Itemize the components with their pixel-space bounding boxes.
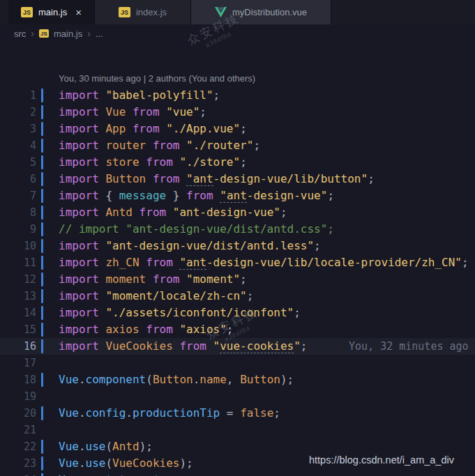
- code-token: (: [146, 373, 153, 386]
- code-token: [99, 306, 106, 319]
- code-token: Button: [105, 172, 146, 185]
- code-token: ;: [199, 105, 206, 118]
- tab-main-js[interactable]: JS main.js ×: [8, 0, 95, 24]
- code-token: "./store": [179, 155, 240, 169]
- code-line[interactable]: 24Vue.prototype.$message = message: [0, 472, 475, 476]
- line-number[interactable]: 21: [0, 422, 36, 438]
- code-area[interactable]: You, 30 minutes ago | 2 authors (You and…: [0, 70, 475, 476]
- line-number[interactable]: 8: [0, 204, 36, 221]
- line-number[interactable]: 16: [0, 338, 36, 355]
- code-line[interactable]: 19: [0, 388, 475, 405]
- line-number[interactable]: 3: [0, 121, 36, 137]
- code-line[interactable]: 7import { message } from "ant-design-vue…: [0, 187, 475, 204]
- code-token: ;: [314, 239, 321, 252]
- code-text: import App from "./App.vue";: [59, 121, 247, 137]
- code-text: import store from "./store";: [59, 154, 247, 171]
- line-number[interactable]: 17: [0, 355, 36, 371]
- code-token: zh_CN: [105, 256, 139, 269]
- code-token: "ant: [179, 256, 206, 270]
- code-line[interactable]: 11import zh_CN from "ant-design-vue/lib/…: [0, 254, 475, 271]
- code-token: [99, 256, 106, 269]
- code-line[interactable]: 8import Antd from "ant-design-vue";: [0, 204, 475, 221]
- code-token: import: [59, 155, 99, 169]
- code-line[interactable]: 6import Button from "ant-design-vue/lib/…: [0, 171, 475, 187]
- line-number[interactable]: 4: [0, 137, 36, 154]
- line-number[interactable]: 1: [0, 87, 36, 104]
- line-number[interactable]: 13: [0, 288, 36, 305]
- line-number[interactable]: 11: [0, 254, 36, 271]
- code-line[interactable]: 10import "ant-design-vue/dist/antd.less"…: [0, 238, 475, 254]
- code-text: import Button from "ant-design-vue/lib/b…: [59, 171, 375, 187]
- code-token: from: [153, 172, 180, 185]
- code-text: import router from "./router";: [59, 137, 260, 154]
- code-text: import "moment/locale/zh-cn";: [59, 288, 253, 305]
- code-line[interactable]: 13import "moment/locale/zh-cn";: [0, 288, 475, 305]
- line-number[interactable]: 2: [0, 104, 36, 121]
- code-token: [179, 172, 186, 185]
- line-number[interactable]: 23: [0, 455, 36, 472]
- code-line[interactable]: 12import moment from "moment";: [0, 271, 475, 288]
- code-line[interactable]: 17: [0, 355, 475, 371]
- code-token: [126, 122, 133, 135]
- code-line[interactable]: 23Vue.use(VueCookies);: [0, 455, 475, 472]
- code-line[interactable]: 3import App from "./App.vue";: [0, 121, 475, 137]
- code-token: ;: [368, 172, 375, 185]
- git-modified-indicator: [36, 238, 59, 254]
- code-line[interactable]: 1import "babel-polyfill";: [0, 87, 475, 104]
- line-number[interactable]: 14: [0, 305, 36, 321]
- code-line[interactable]: 18Vue.component(Button.name, Button);: [0, 371, 475, 388]
- code-text: Vue.prototype.$message = message: [59, 472, 273, 476]
- code-line[interactable]: 2import Vue from "vue";: [0, 104, 475, 121]
- close-tab-icon[interactable]: ×: [75, 7, 82, 17]
- code-line[interactable]: 5import store from "./store";: [0, 154, 475, 171]
- code-token: );: [140, 440, 153, 453]
- code-token: [99, 239, 106, 252]
- gutter: [36, 388, 59, 405]
- code-token: ;: [240, 272, 247, 286]
- code-token: "moment": [186, 272, 240, 286]
- line-number[interactable]: 19: [0, 388, 36, 405]
- code-token: [213, 189, 220, 202]
- line-number[interactable]: 20: [0, 405, 36, 422]
- code-token: [173, 256, 180, 269]
- code-token: "ant: [220, 189, 247, 203]
- line-number[interactable]: 10: [0, 238, 36, 254]
- code-line[interactable]: 22Vue.use(Antd);: [0, 438, 475, 455]
- javascript-file-icon: JS: [21, 7, 33, 17]
- line-number[interactable]: 24: [0, 472, 36, 476]
- line-number[interactable]: 9: [0, 221, 36, 238]
- code-token: "babel-polyfill": [105, 89, 213, 102]
- line-number[interactable]: 12: [0, 271, 36, 288]
- code-line[interactable]: 16import VueCookies from "vue-cookies";Y…: [0, 338, 475, 355]
- code-text: Vue.use(VueCookies);: [59, 455, 193, 472]
- code-token: .: [79, 440, 86, 453]
- code-token: [140, 256, 146, 269]
- tab-mydistribution-vue[interactable]: myDistribution.vue: [191, 0, 331, 24]
- code-token: prototype: [86, 473, 146, 476]
- code-line[interactable]: 14import "./assets/iconfont/iconfont";: [0, 305, 475, 321]
- code-token: [99, 272, 106, 286]
- code-line[interactable]: 20Vue.config.productionTip = false;: [0, 405, 475, 422]
- code-token: [166, 189, 173, 202]
- code-line[interactable]: 15import axios from "axios";: [0, 321, 475, 338]
- line-number[interactable]: 22: [0, 438, 36, 455]
- tab-index-js[interactable]: JS index.js: [95, 0, 191, 24]
- code-token: Antd: [105, 206, 133, 219]
- breadcrumb-file[interactable]: main.js: [54, 29, 82, 39]
- code-line[interactable]: 4import router from "./router";: [0, 137, 475, 154]
- code-token: ": [294, 339, 301, 353]
- code-line[interactable]: 21: [0, 422, 475, 438]
- line-number[interactable]: 5: [0, 154, 36, 171]
- tab-label: main.js: [38, 7, 67, 17]
- code-line[interactable]: 9// import "ant-design-vue/dist/antd.css…: [0, 221, 475, 238]
- code-token: moment: [105, 272, 146, 286]
- breadcrumb-src[interactable]: src: [14, 29, 26, 39]
- line-number[interactable]: 6: [0, 171, 36, 187]
- line-number[interactable]: 15: [0, 321, 36, 338]
- breadcrumb-more[interactable]: ...: [96, 29, 103, 39]
- git-modified-indicator: [36, 204, 59, 221]
- line-number[interactable]: 7: [0, 187, 36, 204]
- code-token: "ant: [186, 172, 213, 186]
- codelens-annotation[interactable]: You, 30 minutes ago | 2 authors (You and…: [0, 70, 475, 87]
- line-number[interactable]: 18: [0, 371, 36, 388]
